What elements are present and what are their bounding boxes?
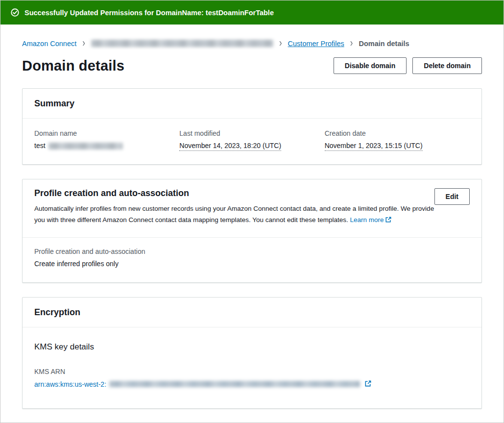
profile-creation-body: Profile creation and auto-association Cr… (23, 238, 481, 282)
breadcrumb-customer-profiles[interactable]: Customer Profiles (288, 40, 344, 48)
encryption-title: Encryption (34, 307, 470, 318)
kms-arn-label: KMS ARN (34, 368, 470, 375)
external-link-icon (385, 216, 392, 226)
edit-button[interactable]: Edit (434, 188, 470, 205)
domain-name-field: Domain name test (34, 129, 179, 149)
breadcrumb: Amazon Connect › › Customer Profiles › D… (22, 39, 482, 48)
page: Successfully Updated Permissions for Dom… (0, 0, 504, 423)
breadcrumb-current: Domain details (359, 40, 409, 48)
summary-body: Domain name test Last modified November … (23, 119, 481, 164)
last-modified-text[interactable]: November 14, 2023, 18:20 (UTC) (179, 142, 281, 151)
encryption-card-header: Encryption (23, 298, 481, 327)
success-banner: Successfully Updated Permissions for Dom… (0, 0, 504, 25)
profile-creation-header-text: Profile creation and auto-association Au… (34, 188, 434, 226)
delete-domain-button[interactable]: Delete domain (412, 57, 482, 74)
page-header: Domain details Disable domain Delete dom… (22, 57, 482, 74)
summary-title: Summary (34, 99, 470, 109)
last-modified-label: Last modified (179, 129, 324, 137)
profile-creation-header: Profile creation and auto-association Au… (23, 179, 481, 238)
kms-arn-text: arn:aws:kms:us-west-2: (34, 380, 106, 388)
creation-date-value: November 1, 2023, 15:15 (UTC) (325, 142, 470, 149)
creation-date-label: Creation date (325, 129, 470, 137)
creation-date-text[interactable]: November 1, 2023, 15:15 (UTC) (325, 142, 423, 151)
profile-creation-card: Profile creation and auto-association Au… (22, 179, 482, 283)
breadcrumb-redacted-item (91, 40, 273, 47)
creation-date-field: Creation date November 1, 2023, 15:15 (U… (325, 129, 470, 149)
external-link-icon (364, 380, 372, 389)
profile-creation-field-value: Create inferred profiles only (34, 260, 470, 268)
banner-message: Successfully Updated Permissions for Dom… (24, 9, 274, 17)
kms-arn-redacted (109, 381, 360, 387)
disable-domain-button[interactable]: Disable domain (334, 57, 407, 74)
breadcrumb-amazon-connect[interactable]: Amazon Connect (22, 40, 76, 48)
profile-creation-title: Profile creation and auto-association (34, 188, 434, 199)
profile-creation-field-label: Profile creation and auto-association (34, 248, 470, 255)
summary-card: Summary Domain name test Last modified N… (22, 88, 482, 165)
domain-name-label: Domain name (34, 129, 179, 137)
main-content: Amazon Connect › › Customer Profiles › D… (0, 39, 504, 409)
last-modified-field: Last modified November 14, 2023, 18:20 (… (179, 129, 324, 149)
header-buttons: Disable domain Delete domain (334, 57, 482, 74)
breadcrumb-separator-icon: › (82, 38, 85, 49)
breadcrumb-separator-icon: › (350, 38, 353, 49)
page-title: Domain details (22, 58, 124, 74)
domain-name-text: test (34, 142, 46, 149)
kms-key-details-subtitle: KMS key details (34, 342, 470, 352)
summary-card-header: Summary (23, 89, 481, 119)
kms-arn-field: KMS ARN arn:aws:kms:us-west-2: (34, 368, 470, 389)
encryption-body: KMS key details KMS ARN arn:aws:kms:us-w… (23, 327, 481, 408)
profile-creation-description: Automatically infer profiles from new cu… (34, 203, 434, 226)
kms-arn-link[interactable]: arn:aws:kms:us-west-2: (34, 380, 470, 389)
learn-more-link[interactable]: Learn more (350, 216, 384, 224)
check-circle-icon (11, 8, 19, 17)
breadcrumb-separator-icon: › (279, 38, 282, 49)
domain-name-value: test (34, 142, 179, 149)
domain-name-redacted (48, 143, 123, 149)
last-modified-value: November 14, 2023, 18:20 (UTC) (179, 142, 324, 149)
encryption-card: Encryption KMS key details KMS ARN arn:a… (22, 297, 482, 409)
